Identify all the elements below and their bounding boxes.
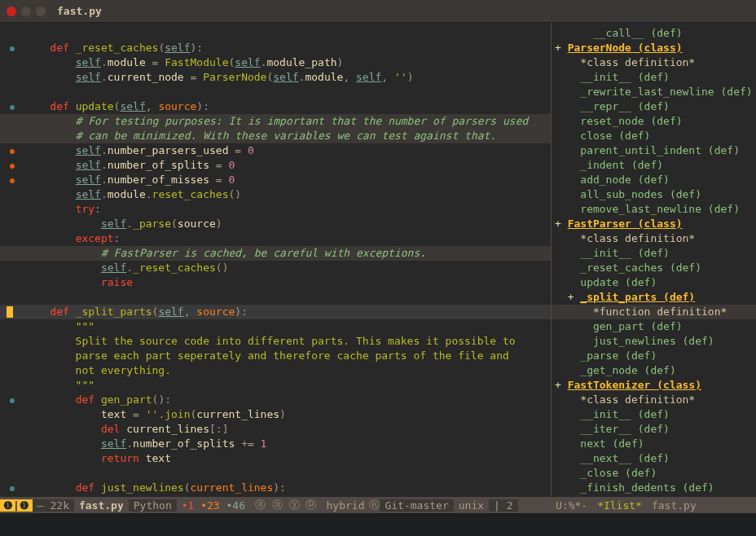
code-line[interactable]: def _reset_caches(self):: [0, 41, 551, 55]
code-text: self.number_of_splits = 0: [24, 158, 551, 173]
code-text: def just_newlines(current_lines):: [24, 481, 551, 495]
outline-item[interactable]: parent_until_indent (def): [552, 143, 756, 158]
outline-item[interactable]: update (def): [552, 275, 756, 290]
modeline-right: U:%*- *Ilist* fast.py: [551, 497, 756, 513]
outline-item[interactable]: _reset_caches (def): [552, 261, 756, 275]
outline-item[interactable]: + _split_parts (def): [552, 290, 756, 305]
minibuffer[interactable]: [0, 513, 756, 536]
code-line[interactable]: self.module = FastModule(self.module_pat…: [0, 55, 551, 70]
outline-item[interactable]: _finish_dedents (def): [552, 481, 756, 495]
outline-item[interactable]: remove_last_newline (def): [552, 202, 756, 217]
code-line[interactable]: self._parse(source): [0, 217, 551, 231]
code-line[interactable]: def update(self, source):: [0, 99, 551, 114]
code-line[interactable]: # FastParser is cached, be careful with …: [0, 246, 551, 261]
code-text: """: [24, 319, 551, 334]
flycheck-badge[interactable]: ❶|❶: [0, 499, 33, 512]
code-line[interactable]: Split the source code into different par…: [0, 334, 551, 349]
code-text: [24, 26, 551, 41]
flycheck-warnings[interactable]: •23: [200, 499, 219, 512]
mode-glyph-k[interactable]: Ⓚ: [369, 498, 380, 512]
code-line[interactable]: self.number_of_splits = 0: [0, 158, 551, 173]
code-line[interactable]: self.number_of_splits += 1: [0, 437, 551, 451]
outline-item[interactable]: _indent (def): [552, 158, 756, 173]
code-line[interactable]: def _split_parts(self, source):: [0, 305, 551, 319]
gutter: [0, 143, 24, 158]
outline-item[interactable]: all_sub_nodes (def): [552, 187, 756, 202]
code-pane[interactable]: def _reset_caches(self): self.module = F…: [0, 23, 551, 497]
outline-item[interactable]: __call__ (def): [552, 26, 756, 41]
outline-item[interactable]: gen_part (def): [552, 319, 756, 334]
buffer-pos: U:%*-: [551, 499, 592, 512]
code-line[interactable]: [0, 466, 551, 481]
code-text: parse each part seperately and therefore…: [24, 349, 551, 363]
gutter: [0, 99, 24, 114]
code-line[interactable]: self.number_parsers_used = 0: [0, 143, 551, 158]
code-line[interactable]: [0, 290, 551, 305]
code-line[interactable]: self._reset_caches(): [0, 261, 551, 275]
code-text: # For testing purposes: It is important …: [24, 114, 551, 129]
gutter: [0, 437, 24, 451]
outline-item[interactable]: *class definition*: [552, 393, 756, 407]
outline-item[interactable]: __init__ (def): [552, 246, 756, 261]
outline-item[interactable]: reset_node (def): [552, 114, 756, 129]
code-line[interactable]: # For testing purposes: It is important …: [0, 114, 551, 129]
vcs-branch[interactable]: Git-master: [380, 499, 453, 512]
code-line[interactable]: [0, 85, 551, 99]
outline-item[interactable]: add_node (def): [552, 173, 756, 187]
close-icon[interactable]: [7, 7, 16, 16]
outline-item[interactable]: __init__ (def): [552, 70, 756, 85]
code-line[interactable]: raise: [0, 275, 551, 290]
outline-item[interactable]: _close (def): [552, 466, 756, 481]
code-line[interactable]: except:: [0, 231, 551, 246]
code-line[interactable]: parse each part seperately and therefore…: [0, 349, 551, 363]
outline-item[interactable]: __next__ (def): [552, 451, 756, 466]
code-line[interactable]: return text: [0, 451, 551, 466]
outline-item[interactable]: _get_prefix (def): [552, 495, 756, 497]
outline-item[interactable]: __init__ (def): [552, 407, 756, 422]
outline-item[interactable]: next (def): [552, 437, 756, 451]
ilist-buffer-name[interactable]: *Ilist*: [592, 499, 647, 512]
outline-item[interactable]: __iter__ (def): [552, 422, 756, 437]
outline-item[interactable]: *function definition*: [552, 305, 756, 319]
outline-item[interactable]: + FastParser (class): [552, 217, 756, 231]
code-line[interactable]: """: [0, 378, 551, 393]
code-text: for line in current_lines:: [24, 495, 551, 497]
outline-item[interactable]: + ParserNode (class): [552, 41, 756, 55]
outline-item[interactable]: __repr__ (def): [552, 99, 756, 114]
outline-item[interactable]: *class definition*: [552, 55, 756, 70]
outline-item[interactable]: just_newlines (def): [552, 334, 756, 349]
gutter: [0, 85, 24, 99]
gutter: [0, 495, 24, 497]
code-line[interactable]: """: [0, 319, 551, 334]
outline-item[interactable]: _rewrite_last_newline (def): [552, 85, 756, 99]
code-line[interactable]: for line in current_lines:: [0, 495, 551, 497]
code-text: try:: [24, 202, 551, 217]
code-line[interactable]: [0, 26, 551, 41]
outline-item[interactable]: close (def): [552, 129, 756, 143]
major-mode[interactable]: Python: [129, 499, 177, 512]
flycheck-infos[interactable]: •46: [226, 499, 245, 512]
code-line[interactable]: self.current_node = ParserNode(self.modu…: [0, 70, 551, 85]
flycheck-errors[interactable]: •1: [182, 499, 195, 512]
code-line[interactable]: self.module.reset_caches(): [0, 187, 551, 202]
outline-item[interactable]: + FastTokenizer (class): [552, 378, 756, 393]
minor-mode-glyphs[interactable]: ⓐ ⓐ ⓨ ⓟ: [250, 498, 321, 512]
maximize-icon[interactable]: [36, 7, 46, 16]
code-line[interactable]: def gen_part():: [0, 393, 551, 407]
outline-item[interactable]: _parse (def): [552, 349, 756, 363]
outline-pane[interactable]: __call__ (def)+ ParserNode (class) *clas…: [551, 23, 756, 497]
outline-item[interactable]: _get_node (def): [552, 363, 756, 378]
buffer-filename[interactable]: fast.py: [74, 499, 129, 512]
code-line[interactable]: text = ''.join(current_lines): [0, 407, 551, 422]
outline-item[interactable]: *class definition*: [552, 231, 756, 246]
code-text: def gen_part():: [24, 393, 551, 407]
code-line[interactable]: not everything.: [0, 363, 551, 378]
code-line[interactable]: try:: [0, 202, 551, 217]
code-line[interactable]: self.number_of_misses = 0: [0, 173, 551, 187]
gutter: [0, 393, 24, 407]
code-line[interactable]: del current_lines[:]: [0, 422, 551, 437]
window-controls: [7, 7, 46, 16]
minimize-icon[interactable]: [21, 7, 31, 16]
code-line[interactable]: def just_newlines(current_lines):: [0, 481, 551, 495]
code-line[interactable]: # can be minimized. With these variables…: [0, 129, 551, 143]
